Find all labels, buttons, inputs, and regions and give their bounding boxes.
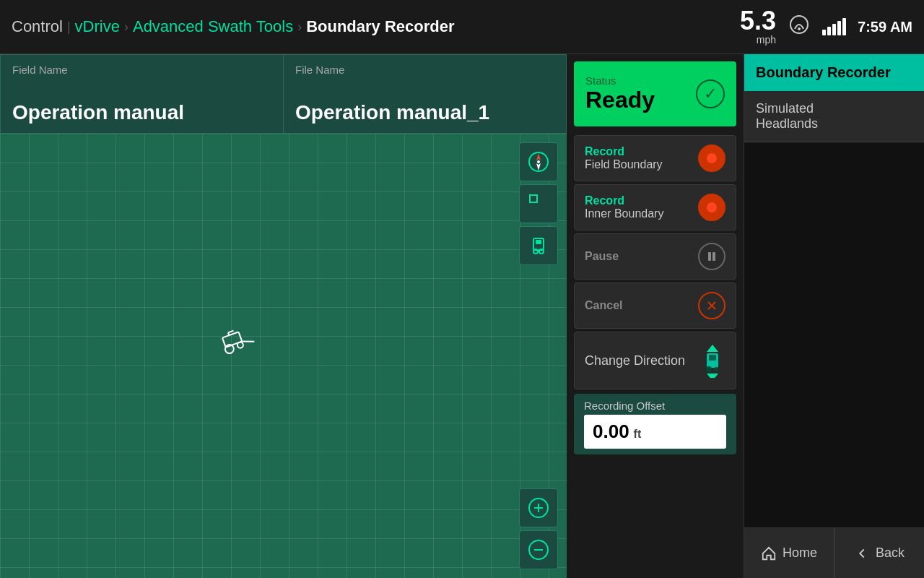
sidebar-spacer bbox=[744, 142, 924, 527]
topbar-right: 5.3 mph 7:59 AM bbox=[740, 8, 912, 46]
pause-label: Pause bbox=[585, 250, 619, 263]
nav-arrow1: › bbox=[124, 20, 128, 35]
file-name-label: File Name bbox=[295, 64, 554, 76]
nav-advanced-swath-tools[interactable]: Advanced Swath Tools bbox=[133, 17, 293, 36]
record-field-sub-label: Field Boundary bbox=[585, 158, 663, 171]
status-check-icon: ✓ bbox=[696, 79, 725, 108]
change-direction-label: Change Direction bbox=[585, 353, 685, 368]
status-card: Status Ready ✓ bbox=[574, 61, 736, 126]
record-inner-boundary-button[interactable]: Record Inner Boundary bbox=[574, 184, 736, 230]
svg-point-38 bbox=[706, 366, 712, 372]
record-inner-icon bbox=[698, 194, 725, 221]
offset-unit: ft bbox=[634, 428, 642, 441]
topbar: Control | vDrive › Advanced Swath Tools … bbox=[0, 0, 924, 54]
status-label: Status bbox=[585, 74, 655, 87]
center-panel: Status Ready ✓ Record Field Boundary Rec… bbox=[567, 54, 744, 578]
nav-boundary-recorder: Boundary Recorder bbox=[306, 17, 454, 36]
nav-control[interactable]: Control bbox=[12, 17, 63, 36]
clock: 7:59 AM bbox=[858, 19, 912, 35]
home-button[interactable]: Home bbox=[744, 528, 834, 578]
svg-point-11 bbox=[537, 160, 540, 163]
offset-value-display: 0.00 ft bbox=[584, 415, 726, 449]
map-view[interactable] bbox=[0, 134, 567, 578]
cancel-label: Cancel bbox=[585, 299, 622, 312]
home-icon bbox=[761, 545, 777, 561]
center-vehicle-button[interactable] bbox=[519, 226, 558, 265]
pause-button[interactable]: Pause bbox=[574, 233, 736, 280]
offset-label: Recording Offset bbox=[584, 400, 726, 412]
signal-icon bbox=[788, 13, 811, 41]
left-panel: Field Name Operation manual File Name Op… bbox=[0, 54, 567, 578]
right-sidebar: Boundary Recorder Simulated Headlands Ho… bbox=[744, 54, 924, 578]
sidebar-item-simulated-headlands[interactable]: Simulated Headlands bbox=[744, 91, 924, 142]
svg-rect-31 bbox=[708, 252, 711, 261]
record-field-top-label: Record bbox=[585, 145, 663, 158]
map-grid bbox=[0, 134, 567, 578]
svg-marker-10 bbox=[536, 163, 541, 171]
recording-offset-section: Recording Offset 0.00 ft bbox=[574, 394, 736, 454]
field-name-value: Operation manual bbox=[12, 101, 271, 124]
compass-button[interactable] bbox=[519, 142, 558, 181]
sidebar-item-boundary-recorder[interactable]: Boundary Recorder bbox=[744, 54, 924, 91]
speed-display: 5.3 mph bbox=[740, 8, 776, 46]
nav-sep1: | bbox=[67, 20, 71, 35]
main-layout: Field Name Operation manual File Name Op… bbox=[0, 54, 924, 578]
speed-value: 5.3 bbox=[740, 8, 776, 34]
signal-bars bbox=[822, 18, 846, 35]
svg-line-6 bbox=[228, 331, 234, 333]
record-field-icon bbox=[698, 144, 725, 172]
svg-marker-40 bbox=[707, 374, 718, 378]
map-tools-bottom bbox=[519, 488, 558, 569]
file-name-card: File Name Operation manual_1 bbox=[283, 54, 567, 134]
nav-vdrive[interactable]: vDrive bbox=[75, 17, 120, 36]
field-name-label: Field Name bbox=[12, 64, 271, 76]
tractor-marker bbox=[215, 320, 258, 369]
zoom-in-button[interactable] bbox=[519, 488, 558, 527]
cancel-icon bbox=[698, 292, 725, 319]
breadcrumb: Control | vDrive › Advanced Swath Tools … bbox=[12, 17, 740, 36]
record-inner-top-label: Record bbox=[585, 194, 663, 207]
back-button[interactable]: Back bbox=[834, 528, 924, 578]
speed-unit: mph bbox=[740, 34, 776, 46]
svg-rect-32 bbox=[712, 252, 715, 261]
svg-rect-37 bbox=[709, 355, 716, 361]
pause-icon bbox=[698, 243, 725, 270]
field-name-card: Field Name Operation manual bbox=[0, 54, 283, 134]
offset-value: 0.00 bbox=[593, 420, 629, 443]
zoom-out-button[interactable] bbox=[519, 530, 558, 569]
svg-line-21 bbox=[540, 205, 547, 212]
svg-point-25 bbox=[539, 249, 544, 254]
record-field-boundary-button[interactable]: Record Field Boundary bbox=[574, 135, 736, 181]
change-direction-icon bbox=[699, 343, 725, 378]
info-row: Field Name Operation manual File Name Op… bbox=[0, 54, 567, 134]
back-label: Back bbox=[876, 545, 905, 561]
zoom-fit-button[interactable] bbox=[519, 184, 558, 223]
map-tools-top bbox=[519, 142, 558, 265]
svg-point-39 bbox=[714, 367, 718, 371]
svg-line-7 bbox=[243, 337, 255, 345]
svg-marker-35 bbox=[707, 345, 718, 352]
nav-arrow2: › bbox=[297, 20, 302, 35]
home-label: Home bbox=[783, 545, 817, 561]
cancel-button[interactable]: Cancel bbox=[574, 282, 736, 329]
change-direction-button[interactable]: Change Direction bbox=[574, 332, 736, 389]
sidebar-bottom-nav: Home Back bbox=[744, 527, 924, 578]
svg-point-24 bbox=[533, 249, 538, 254]
record-inner-sub-label: Inner Boundary bbox=[585, 207, 663, 220]
svg-marker-9 bbox=[536, 153, 541, 160]
file-name-value: Operation manual_1 bbox=[295, 101, 554, 124]
svg-rect-23 bbox=[536, 240, 541, 244]
status-value: Ready bbox=[585, 87, 655, 113]
svg-point-1 bbox=[798, 27, 801, 30]
svg-rect-12 bbox=[530, 195, 537, 202]
back-arrow-icon bbox=[854, 545, 870, 561]
